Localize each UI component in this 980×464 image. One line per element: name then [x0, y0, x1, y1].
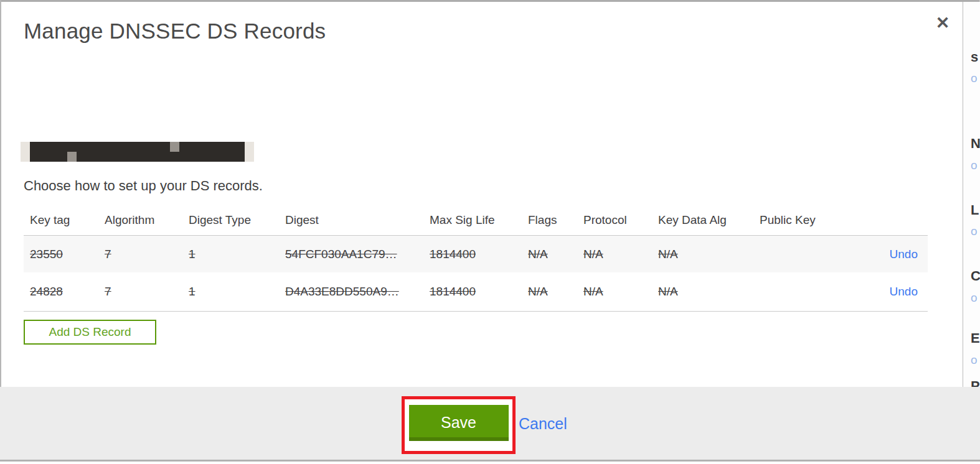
- cell-max-sig-life: 1814400: [430, 285, 528, 299]
- undo-link[interactable]: Undo: [890, 248, 918, 261]
- pixel-block: [105, 152, 114, 162]
- ds-records-table: Key tag Algorithm Digest Type Digest Max…: [24, 205, 928, 312]
- pixel-block: [86, 142, 95, 152]
- background-page-sliver: soNoLoCoEoP: [963, 2, 980, 387]
- pixel-block: [207, 152, 217, 162]
- pixel-block: [95, 142, 105, 152]
- subtitle-text: Choose how to set up your DS records.: [24, 178, 263, 194]
- header-digest-type: Digest Type: [189, 213, 285, 227]
- pixel-block: [217, 142, 226, 152]
- background-text-fragment: o: [971, 291, 978, 305]
- pixel-block: [245, 152, 254, 162]
- pixel-block: [114, 142, 123, 152]
- cell-protocol: N/A: [583, 248, 658, 261]
- pixel-block: [21, 142, 30, 152]
- background-text-fragment: E: [971, 330, 980, 346]
- cell-key-data-alg: N/A: [658, 285, 760, 299]
- pixel-block: [226, 142, 235, 152]
- background-text-fragment: o: [971, 353, 978, 367]
- cell-flags: N/A: [528, 285, 583, 299]
- pixel-block: [105, 142, 114, 152]
- background-text-fragment: C: [971, 268, 980, 284]
- pixel-block: [58, 152, 67, 162]
- pixel-block: [39, 152, 49, 162]
- pixel-block: [133, 152, 142, 162]
- pixel-block: [198, 152, 207, 162]
- pixel-block: [21, 152, 30, 162]
- undo-link[interactable]: Undo: [890, 285, 918, 298]
- close-icon[interactable]: ✕: [933, 14, 952, 32]
- pixel-block: [133, 142, 142, 152]
- cell-digest-type: 1: [189, 248, 285, 261]
- page-title: Manage DNSSEC DS Records: [24, 19, 326, 44]
- pixel-block: [67, 152, 77, 162]
- cell-key-data-alg: N/A: [658, 248, 760, 261]
- pixel-block: [30, 152, 39, 162]
- header-digest: Digest: [285, 213, 430, 227]
- cell-flags: N/A: [528, 248, 583, 261]
- background-text-fragment: o: [971, 159, 978, 172]
- pixel-block: [77, 152, 86, 162]
- cell-digest-type: 1: [189, 285, 285, 299]
- pixel-block: [77, 142, 86, 152]
- pixel-block: [189, 142, 198, 152]
- pixel-block: [179, 142, 189, 152]
- redacted-domain-name: [21, 142, 254, 162]
- background-text-fragment: N: [971, 136, 980, 152]
- pixel-block: [170, 142, 179, 152]
- window-border-top: [0, 0, 980, 2]
- cell-max-sig-life: 1814400: [430, 248, 528, 261]
- pixel-block: [207, 142, 217, 152]
- cell-digest: 54FCF030AA1C79…: [285, 248, 430, 261]
- header-public-key: Public Key: [760, 213, 878, 227]
- pixel-block: [67, 142, 77, 152]
- pixel-block: [161, 152, 170, 162]
- pixel-block: [114, 152, 123, 162]
- pixel-block: [245, 142, 254, 152]
- table-row: 23550 7 1 54FCF030AA1C79… 1814400 N/A N/…: [24, 236, 928, 272]
- table-row: 24828 7 1 D4A33E8DD550A9… 1814400 N/A N/…: [24, 272, 928, 312]
- header-flags: Flags: [528, 213, 583, 227]
- background-text-fragment: o: [971, 72, 978, 85]
- table-header-row: Key tag Algorithm Digest Type Digest Max…: [24, 205, 928, 236]
- pixel-block: [179, 152, 189, 162]
- pixel-block: [86, 152, 95, 162]
- background-text-fragment: o: [971, 225, 978, 238]
- pixel-block: [95, 152, 105, 162]
- header-algorithm: Algorithm: [105, 213, 189, 227]
- pixel-block: [235, 142, 245, 152]
- cell-key-tag: 23550: [30, 248, 105, 261]
- pixel-block: [161, 142, 170, 152]
- annotation-highlight-box: Save: [402, 396, 516, 454]
- pixel-block: [142, 142, 151, 152]
- cell-digest: D4A33E8DD550A9…: [285, 285, 430, 299]
- pixel-block: [198, 142, 207, 152]
- pixel-block: [151, 142, 161, 152]
- add-ds-record-button[interactable]: Add DS Record: [24, 320, 156, 345]
- background-text-fragment: s: [971, 49, 978, 65]
- cancel-link[interactable]: Cancel: [519, 415, 567, 433]
- cell-protocol: N/A: [583, 285, 658, 299]
- pixel-block: [123, 152, 133, 162]
- header-key-tag: Key tag: [30, 213, 105, 227]
- save-button[interactable]: Save: [409, 405, 509, 441]
- pixel-block: [151, 152, 161, 162]
- pixel-block: [217, 152, 226, 162]
- pixel-block: [142, 152, 151, 162]
- background-text-fragment: P: [971, 378, 980, 387]
- cell-algorithm: 7: [105, 285, 189, 299]
- pixel-block: [123, 142, 133, 152]
- pixel-block: [170, 152, 179, 162]
- pixel-block: [39, 142, 49, 152]
- header-protocol: Protocol: [583, 213, 658, 227]
- pixel-block: [189, 152, 198, 162]
- background-text-fragment: L: [971, 202, 979, 218]
- modal-footer: Save Cancel: [0, 387, 980, 462]
- pixel-block: [58, 142, 67, 152]
- header-max-sig-life: Max Sig Life: [430, 213, 528, 227]
- pixel-block: [49, 142, 58, 152]
- cell-algorithm: 7: [105, 248, 189, 261]
- pixel-block: [30, 142, 39, 152]
- cell-key-tag: 24828: [30, 285, 105, 299]
- header-key-data-alg: Key Data Alg: [658, 213, 760, 227]
